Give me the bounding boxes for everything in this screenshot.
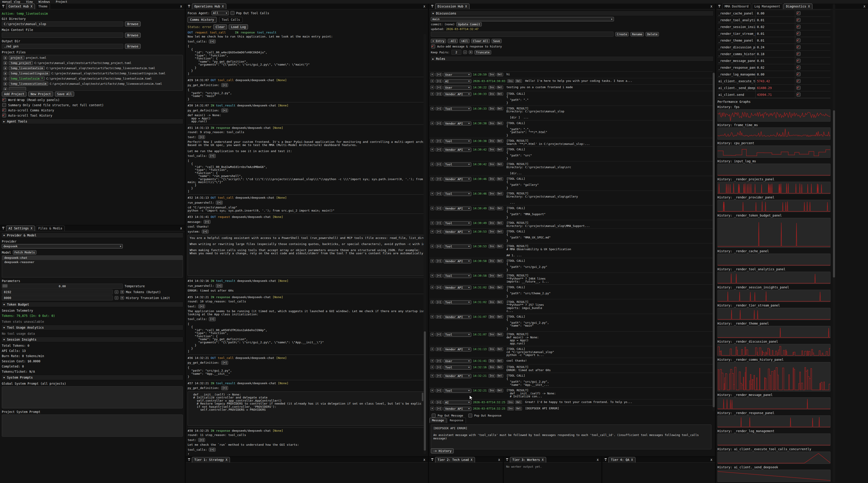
- tab-tier1[interactable]: Tier 1: StrategyX: [192, 457, 230, 462]
- delete-button[interactable]: Del: [497, 73, 503, 76]
- add-entry-button[interactable]: +: [430, 259, 434, 263]
- pop-out-message-checkbox[interactable]: [432, 414, 436, 417]
- insert-button[interactable]: Ins: [507, 407, 514, 411]
- expand-button[interactable]: [+]: [221, 361, 228, 365]
- tab-close-icon[interactable]: X: [631, 458, 633, 461]
- profiler-checkbox[interactable]: [797, 72, 800, 76]
- git-directory-input[interactable]: C:\projects\manual_slop: [2, 22, 123, 27]
- model-list[interactable]: deepseek-chatdeepseek-reasoner: [2, 255, 183, 278]
- provider-model-header[interactable]: ▼Provider & Model: [1, 232, 183, 238]
- profiler-checkbox[interactable]: [797, 86, 800, 90]
- role-combo[interactable]: Tool▼: [444, 389, 471, 393]
- project-file-badge[interactable]: temp_livecontextsim: [9, 66, 45, 70]
- profiler-checkbox[interactable]: [797, 66, 800, 69]
- entry-button[interactable]: + Entry: [431, 39, 446, 43]
- git-browse-button[interactable]: Browse: [125, 22, 141, 27]
- delete-button[interactable]: Del: [497, 389, 503, 392]
- role-combo[interactable]: Vendor API▼: [444, 286, 471, 290]
- delete-button[interactable]: Del: [497, 347, 503, 351]
- auto-scroll-tool-history-checkbox[interactable]: [2, 114, 6, 117]
- add-entry-button[interactable]: +: [430, 107, 434, 110]
- insert-button[interactable]: Ins: [489, 286, 495, 289]
- delete-button[interactable]: Del: [497, 221, 503, 225]
- expand-entry-button[interactable]: [+]: [436, 400, 442, 404]
- expand-entry-button[interactable]: [+]: [436, 148, 442, 152]
- insert-button[interactable]: Ins: [489, 245, 495, 248]
- collapse-icon[interactable]: ▼: [188, 5, 190, 8]
- profiler-checkbox[interactable]: [797, 32, 800, 35]
- ops-scrollbar-thumb[interactable]: [424, 331, 426, 451]
- expand-entry-button[interactable]: [+]: [436, 365, 442, 369]
- expand-entry-button[interactable]: [+]: [436, 79, 442, 83]
- model-item-deepseek-chat[interactable]: deepseek-chat: [2, 256, 183, 260]
- add-entry-button[interactable]: +: [430, 359, 434, 363]
- diagnostics-scrollbar-thumb[interactable]: [833, 110, 835, 278]
- role-combo[interactable]: Tool▼: [444, 162, 471, 167]
- delete-button[interactable]: Del: [497, 107, 503, 110]
- tab-close-icon[interactable]: X: [471, 458, 472, 461]
- new-project-button[interactable]: New Project: [28, 92, 53, 97]
- delete-button[interactable]: Del: [497, 259, 503, 263]
- panel-close-icon[interactable]: X: [498, 458, 503, 462]
- all-button[interactable]: -All: [448, 39, 458, 43]
- role-combo[interactable]: User▼: [444, 359, 471, 363]
- role-combo[interactable]: Vendor API▼: [444, 407, 471, 411]
- role-combo[interactable]: User▼: [444, 73, 471, 77]
- expand-entry-button[interactable]: [+]: [436, 274, 442, 278]
- discussions-header[interactable]: ▼Discussions: [430, 11, 714, 16]
- add-entry-button[interactable]: +: [430, 122, 434, 125]
- tab-close-icon[interactable]: X: [222, 4, 224, 8]
- tab-diagnostics[interactable]: DiagnosticsX: [783, 4, 812, 9]
- profiler-checkbox[interactable]: [797, 45, 800, 49]
- delete-button[interactable]: Del: [497, 86, 503, 89]
- insert-button[interactable]: Ins: [489, 300, 495, 304]
- tab-tier4[interactable]: Tier 4: QAX: [609, 457, 636, 462]
- add-entry-button[interactable]: +: [430, 79, 434, 83]
- insert-button[interactable]: Ins: [489, 86, 495, 89]
- output-dir-input[interactable]: ./md_gen: [2, 44, 123, 49]
- project-file-badge[interactable]: temp_liveexecutionsim: [9, 82, 48, 86]
- agent-tools-header[interactable]: ▶Agent Tools: [1, 119, 183, 124]
- insert-button[interactable]: Ins: [489, 206, 495, 210]
- max-tokens-plus-button[interactable]: +: [120, 290, 124, 294]
- role-combo[interactable]: Vendor API▼: [444, 230, 471, 234]
- discussion-combo[interactable]: main▼: [431, 17, 614, 21]
- expand-entry-button[interactable]: [+]: [436, 122, 442, 125]
- role-combo[interactable]: Tool▼: [444, 245, 471, 249]
- history-button[interactable]: -> History: [431, 448, 454, 453]
- profiler-checkbox[interactable]: [797, 79, 800, 83]
- role-combo[interactable]: Vendor API▼: [444, 374, 471, 378]
- project-file-badge[interactable]: project: [9, 56, 24, 60]
- role-combo[interactable]: Vendor API▼: [444, 177, 471, 181]
- expand-entry-button[interactable]: [+]: [436, 230, 442, 233]
- delete-button[interactable]: Del: [515, 79, 522, 83]
- tab-close-icon[interactable]: X: [465, 4, 467, 8]
- update-commit-button[interactable]: Update Commit: [456, 22, 482, 27]
- expand-entry-button[interactable]: [+]: [436, 300, 442, 304]
- fetch-models-button[interactable]: Fetch Models: [13, 250, 36, 255]
- insert-button[interactable]: Ins: [489, 107, 495, 110]
- save-all-button[interactable]: Save All: [55, 92, 74, 97]
- panel-close-icon[interactable]: X: [864, 5, 868, 9]
- add-entry-button[interactable]: +: [430, 73, 434, 76]
- tab-response[interactable]: Response: [447, 418, 466, 423]
- expand-button[interactable]: [+]: [221, 386, 228, 390]
- auto-scroll-comms-history-checkbox[interactable]: [2, 108, 6, 112]
- insert-button[interactable]: Ins: [489, 333, 495, 336]
- box-scrollbar[interactable]: [422, 392, 424, 421]
- main-context-file-input[interactable]: [2, 33, 123, 38]
- menu-item-view[interactable]: View: [26, 0, 33, 3]
- expand-button[interactable]: [+]: [209, 154, 216, 158]
- insert-button[interactable]: Ins: [489, 359, 495, 363]
- panel-close-icon[interactable]: X: [180, 5, 185, 9]
- role-combo[interactable]: Tool▼: [444, 221, 471, 225]
- remove-file-button[interactable]: x: [3, 72, 7, 75]
- system-prompts-header[interactable]: ▼System Prompts: [1, 375, 183, 380]
- collapse-icon[interactable]: ▼: [431, 458, 433, 461]
- role-combo[interactable]: Tool▼: [444, 333, 471, 337]
- delete-button[interactable]: Del: [497, 374, 503, 378]
- tab-close-icon[interactable]: X: [542, 458, 544, 461]
- expand-button[interactable]: [+]: [221, 83, 228, 87]
- load-log-button[interactable]: Load Log: [229, 24, 248, 29]
- delete-button[interactable]: Del: [497, 92, 503, 96]
